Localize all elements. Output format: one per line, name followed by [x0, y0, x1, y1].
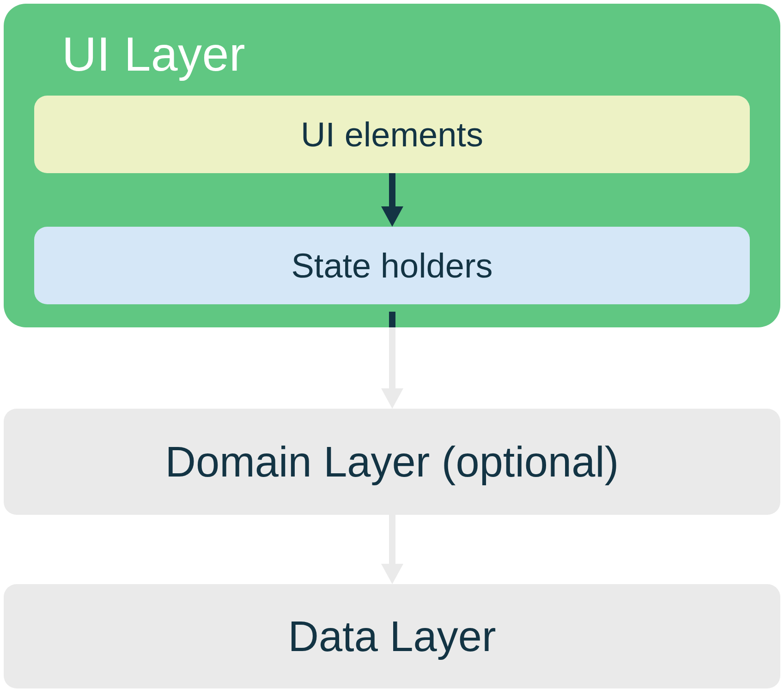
state-holders-label: State holders: [291, 246, 492, 285]
ui-elements-label: UI elements: [301, 115, 483, 154]
arrow-down-icon: [378, 173, 406, 227]
arrow-down-icon: [378, 312, 406, 409]
data-layer-box: Data Layer: [4, 584, 780, 688]
svg-marker-1: [381, 206, 403, 227]
svg-marker-6: [381, 564, 403, 584]
ui-elements-box: UI elements: [34, 96, 750, 173]
arrow-domain-to-data: [4, 515, 780, 584]
state-holders-box: State holders: [34, 227, 750, 304]
lower-section: Domain Layer (optional) Data Layer: [4, 327, 780, 688]
arrow-down-icon: [378, 515, 406, 584]
domain-layer-label: Domain Layer (optional): [165, 438, 619, 486]
svg-marker-4: [381, 388, 403, 409]
ui-layer-title: UI Layer: [62, 27, 750, 82]
arrow-ui-to-state: [34, 173, 750, 227]
ui-layer-container: UI Layer UI elements State holders: [4, 4, 780, 327]
data-layer-label: Data Layer: [288, 612, 496, 661]
domain-layer-box: Domain Layer (optional): [4, 409, 780, 515]
arrow-state-to-domain: [4, 327, 780, 409]
